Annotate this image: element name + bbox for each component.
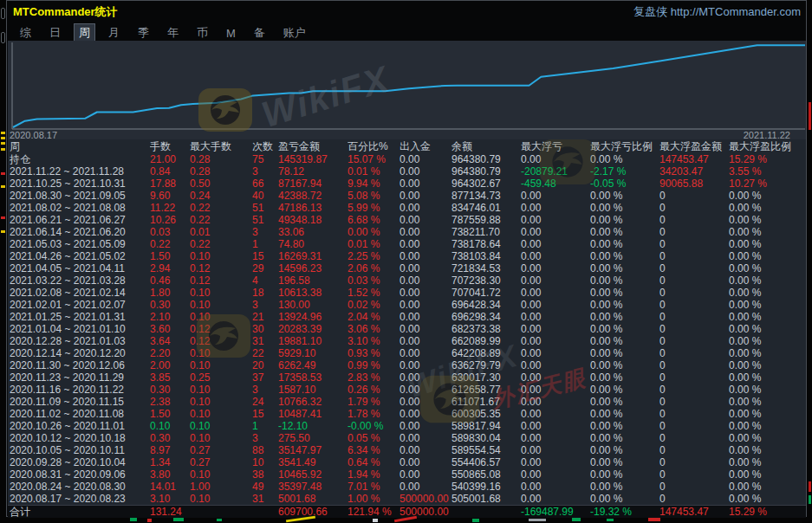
menu-item-2[interactable]: 日 [45, 24, 65, 42]
menu-item-1[interactable]: 综 [16, 24, 36, 42]
cell-8: 600305.35 [451, 408, 521, 420]
column-header-12[interactable]: 最大浮盈比例 [729, 139, 806, 153]
background-artifact [217, 519, 222, 521]
cell-3: 0.10 [190, 287, 252, 299]
cell-3: 0.01 [190, 226, 252, 238]
cell-11: 0 [659, 250, 729, 262]
table-row[interactable]: 2020.08.31 ~ 2020.09.063.800.103810465.9… [8, 468, 806, 481]
column-header-11[interactable]: 最大浮盈金额 [659, 139, 729, 153]
table-row[interactable]: 2020.11.30 ~ 2020.12.062.000.10206262.49… [8, 359, 806, 371]
cell-4: 15 [252, 250, 278, 262]
menu-item-10[interactable]: 账户 [279, 24, 310, 42]
cell-10: 0.00 % [590, 481, 659, 493]
cell-9: 0.00 [521, 323, 590, 335]
table-row[interactable]: 2020.11.09 ~ 2020.11.152.380.102410766.3… [8, 396, 806, 408]
cell-6: 0.01 % [348, 165, 400, 178]
table-row[interactable]: 2021.08.02 ~ 2021.08.0811.220.225147186.… [8, 202, 806, 214]
cell-12: 0.00 % [729, 359, 806, 371]
table-row[interactable]: 2021.04.26 ~ 2021.05.021.500.101516269.3… [8, 250, 806, 262]
cell-11: 0 [659, 214, 729, 226]
column-header-4[interactable]: 次数 [252, 139, 278, 153]
column-header-8[interactable]: 余额 [451, 139, 521, 153]
cell-7: 0.00 [400, 481, 451, 493]
cell-11: 0 [659, 202, 729, 214]
cell-4: 24 [252, 396, 278, 408]
cell-10: 0.00 % [590, 214, 659, 226]
cell-4: 20 [252, 359, 278, 371]
column-header-9[interactable]: 最大浮亏 [521, 139, 590, 153]
table-row[interactable]: 2021.06.21 ~ 2021.06.2710.260.225149348.… [8, 214, 806, 226]
row-total[interactable]: 合计131.24609700.66121.94 %500000.00-16948… [8, 505, 806, 518]
cell-6: 1.79 % [348, 396, 400, 408]
cell-5: 196.58 [278, 274, 348, 287]
cell-period: 2021.11.22 ~ 2021.11.28 [10, 165, 150, 178]
table-row[interactable]: 2021.08.30 ~ 2021.09.059.600.244042388.7… [8, 190, 806, 202]
table-row[interactable]: 2020.08.24 ~ 2020.08.3014.011.004935397.… [8, 481, 806, 493]
cell-4: 3 [252, 165, 278, 178]
menu-item-3[interactable]: 周 [75, 24, 94, 42]
cell-12: 0.00 % [729, 408, 806, 420]
table-row[interactable]: 2020.10.05 ~ 2020.10.118.970.278835147.9… [8, 444, 806, 456]
mtcommander-window: MTCommander统计 复盘侠 http://MTCommander.com… [6, 0, 807, 517]
table-row[interactable]: 2021.05.03 ~ 2021.05.090.220.22174.800.0… [8, 238, 806, 250]
cell-9: 0.00 [521, 468, 590, 481]
table-row[interactable]: 2020.12.14 ~ 2020.12.202.200.10225929.10… [8, 347, 806, 359]
menu-item-5[interactable]: 季 [133, 24, 153, 42]
column-header-2[interactable]: 手数 [150, 139, 190, 153]
cell-3: 0.10 [190, 396, 252, 408]
table-row[interactable]: 2021.04.05 ~ 2021.04.112.940.122914596.2… [8, 262, 806, 274]
cell-10: 0.00 % [590, 202, 659, 214]
background-window-button [1, 32, 5, 43]
window-title: MTCommander统计 [13, 4, 118, 20]
column-header-7[interactable]: 出入金 [400, 139, 451, 153]
table-row[interactable]: 2021.02.08 ~ 2021.02.141.800.101810613.3… [8, 287, 806, 299]
table-row[interactable]: 2020.11.23 ~ 2020.11.293.850.253717358.5… [8, 371, 806, 384]
menu-item-9[interactable]: 备 [250, 24, 270, 42]
column-header-10[interactable]: 最大浮亏比例 [590, 139, 659, 153]
cell-6: 0.99 % [348, 359, 400, 371]
cell-7: 0.00 [400, 396, 451, 408]
equity-chart: 2020.08.17 2021.11.22 [8, 41, 806, 139]
table-row[interactable]: 2020.11.02 ~ 2020.11.081.500.101510487.4… [8, 408, 806, 420]
table-row[interactable]: 2021.11.22 ~ 2021.11.280.840.28378.120.0… [8, 165, 806, 178]
table-row[interactable]: 2020.08.17 ~ 2020.08.233.100.10315001.68… [8, 493, 806, 505]
cell-9: 0.00 [521, 420, 590, 432]
menu-item-8[interactable]: M [222, 26, 240, 41]
table-row[interactable]: 2021.01.04 ~ 2021.01.103.600.123020283.3… [8, 323, 806, 335]
table-row[interactable]: 2021.01.25 ~ 2021.01.312.100.102113924.9… [8, 311, 806, 323]
table-row[interactable]: 2020.10.26 ~ 2020.11.010.100.101-12.10-0… [8, 420, 806, 432]
table-row[interactable]: 2021.02.01 ~ 2021.02.070.300.103130.000.… [8, 299, 806, 311]
cell-7: 0.00 [400, 468, 451, 481]
cell-10: 0.00 % [590, 311, 659, 323]
cell-3: 0.10 [190, 250, 252, 262]
brand-link[interactable]: 复盘侠 http://MTCommander.com [633, 4, 801, 20]
cell-4: 3 [252, 432, 278, 444]
menu-item-6[interactable]: 年 [163, 24, 183, 42]
cell-10: 0.00 % [590, 226, 659, 238]
column-header-3[interactable]: 最大手数 [190, 139, 252, 153]
cell-7: 0.00 [400, 202, 451, 214]
column-header-1[interactable]: 周 [10, 139, 150, 153]
menu-item-7[interactable]: 币 [192, 24, 212, 42]
column-header-5[interactable]: 盈亏金额 [278, 139, 348, 153]
menu-item-4[interactable]: 月 [104, 24, 124, 42]
table-row[interactable]: 2020.10.12 ~ 2020.10.180.300.103275.500.… [8, 432, 806, 444]
column-header-6[interactable]: 百分比% [348, 139, 400, 153]
cell-11: 0 [659, 420, 729, 432]
table-row[interactable]: 2020.11.16 ~ 2020.11.220.300.1031587.100… [8, 384, 806, 396]
row-open-positions[interactable]: 持仓21.000.2875145319.8715.07 %0.00964380.… [8, 153, 806, 165]
table-row[interactable]: 2020.09.28 ~ 2020.10.041.340.27103541.49… [8, 456, 806, 468]
cell-2: 131.24 [150, 506, 190, 518]
cell-period: 2020.10.05 ~ 2020.10.11 [10, 444, 150, 456]
cell-11: 0 [659, 335, 729, 347]
table-row[interactable]: 2021.03.22 ~ 2021.03.280.460.124196.580.… [8, 274, 806, 287]
cell-5: 5929.10 [278, 347, 348, 359]
cell-10: 0.00 % [590, 347, 659, 359]
cell-9: 0.00 [521, 444, 590, 456]
table-row[interactable]: 2020.12.28 ~ 2021.01.033.640.123119881.1… [8, 335, 806, 347]
cell-9: 0.00 [521, 250, 590, 262]
cell-3: 0.12 [190, 323, 252, 335]
cell-7: 0.00 [400, 274, 451, 287]
table-row[interactable]: 2021.10.25 ~ 2021.10.3117.880.506687167.… [8, 178, 806, 190]
table-row[interactable]: 2021.06.14 ~ 2021.06.200.030.01333.060.0… [8, 226, 806, 238]
